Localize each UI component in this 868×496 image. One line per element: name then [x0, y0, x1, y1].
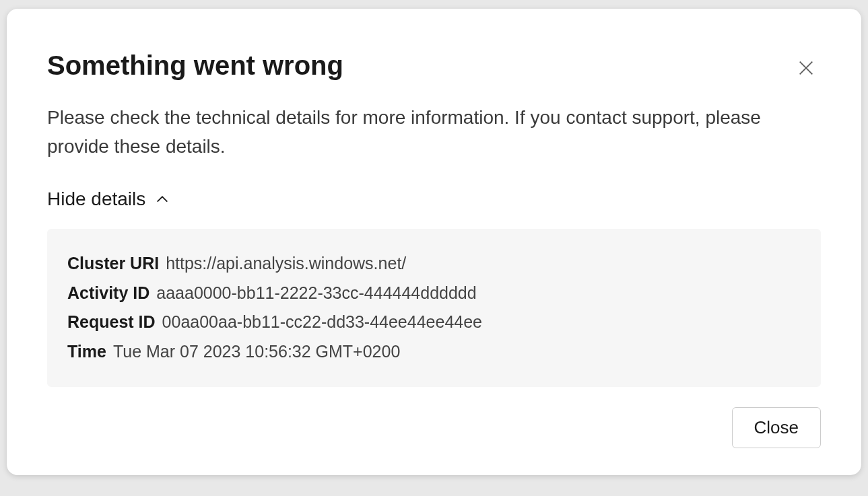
detail-row-time: Time Tue Mar 07 2023 10:56:32 GMT+0200 [67, 337, 801, 367]
dialog-title: Something went wrong [47, 49, 343, 81]
detail-row-cluster-uri: Cluster URI https://api.analysis.windows… [67, 249, 801, 279]
request-id-value: 00aa00aa-bb11-cc22-dd33-44ee44ee44ee [162, 308, 482, 337]
details-panel: Cluster URI https://api.analysis.windows… [47, 229, 821, 387]
request-id-label: Request ID [67, 308, 156, 337]
close-icon [797, 59, 815, 77]
error-dialog: Something went wrong Please check the te… [7, 9, 861, 475]
details-toggle[interactable]: Hide details [47, 188, 170, 210]
time-label: Time [67, 337, 106, 367]
dialog-footer: Close [47, 407, 821, 448]
dialog-description: Please check the technical details for m… [47, 103, 821, 162]
cluster-uri-value: https://api.analysis.windows.net/ [166, 249, 406, 279]
activity-id-label: Activity ID [67, 279, 149, 308]
cluster-uri-label: Cluster URI [67, 249, 159, 279]
detail-row-request-id: Request ID 00aa00aa-bb11-cc22-dd33-44ee4… [67, 308, 801, 337]
close-icon-button[interactable] [791, 53, 821, 83]
close-button[interactable]: Close [732, 407, 821, 448]
chevron-up-icon [155, 192, 170, 207]
details-toggle-label: Hide details [47, 188, 145, 210]
time-value: Tue Mar 07 2023 10:56:32 GMT+0200 [113, 337, 400, 367]
detail-row-activity-id: Activity ID aaaa0000-bb11-2222-33cc-4444… [67, 279, 801, 308]
activity-id-value: aaaa0000-bb11-2222-33cc-444444dddddd [156, 279, 476, 308]
dialog-header: Something went wrong [47, 49, 821, 83]
